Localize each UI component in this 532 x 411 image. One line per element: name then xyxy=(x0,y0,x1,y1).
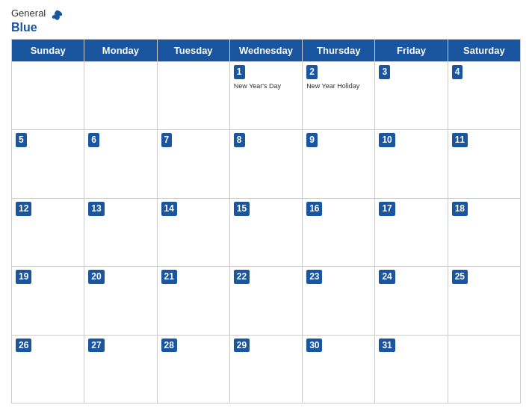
col-saturday: Saturday xyxy=(448,40,520,62)
day-number: 23 xyxy=(306,270,322,284)
day-number: 13 xyxy=(88,202,104,216)
col-thursday: Thursday xyxy=(303,40,375,62)
page-header: General Blue xyxy=(11,7,521,34)
calendar-week-3: 12131415161718 xyxy=(12,198,521,266)
day-number: 31 xyxy=(379,339,395,353)
col-wednesday: Wednesday xyxy=(229,40,302,62)
calendar-cell: 6 xyxy=(84,130,157,198)
calendar-cell: 17 xyxy=(375,198,448,266)
calendar-cell: 4 xyxy=(448,62,520,130)
calendar-cell: 30 xyxy=(303,335,375,403)
col-sunday: Sunday xyxy=(12,40,84,62)
day-number: 6 xyxy=(88,133,99,147)
calendar-cell: 21 xyxy=(157,267,229,335)
calendar-cell: 10 xyxy=(375,130,448,198)
day-number: 7 xyxy=(161,133,173,147)
day-number: 3 xyxy=(379,65,390,79)
calendar-cell: 9 xyxy=(303,130,375,198)
weekday-header-row: Sunday Monday Tuesday Wednesday Thursday… xyxy=(12,40,521,62)
day-number: 11 xyxy=(452,133,468,147)
calendar-cell xyxy=(84,62,157,130)
day-number: 25 xyxy=(452,270,468,284)
logo: General Blue xyxy=(11,7,64,34)
calendar-cell: 15 xyxy=(229,198,302,266)
day-number: 16 xyxy=(306,202,322,216)
calendar-cell: 18 xyxy=(448,198,520,266)
col-tuesday: Tuesday xyxy=(157,40,229,62)
calendar-cell: 3 xyxy=(375,62,448,130)
calendar-cell: 13 xyxy=(84,198,157,266)
calendar-cell: 7 xyxy=(157,130,229,198)
calendar-cell: 23 xyxy=(303,267,375,335)
calendar-cell: 31 xyxy=(375,335,448,403)
col-monday: Monday xyxy=(84,40,157,62)
day-number: 20 xyxy=(88,270,104,284)
calendar-cell: 27 xyxy=(84,335,157,403)
calendar-week-4: 19202122232425 xyxy=(12,267,521,335)
event-label: New Year Holiday xyxy=(306,82,371,91)
day-number: 21 xyxy=(161,270,177,284)
calendar-cell: 16 xyxy=(303,198,375,266)
calendar-cell: 20 xyxy=(84,267,157,335)
calendar-cell: 1New Year's Day xyxy=(229,62,302,130)
day-number: 17 xyxy=(379,202,395,216)
calendar-cell: 8 xyxy=(229,130,302,198)
day-number: 24 xyxy=(379,270,395,284)
calendar-cell: 24 xyxy=(375,267,448,335)
calendar-cell xyxy=(12,62,84,130)
day-number: 1 xyxy=(234,65,245,79)
calendar-cell: 26 xyxy=(12,335,84,403)
day-number: 2 xyxy=(306,65,318,79)
calendar-cell: 19 xyxy=(12,267,84,335)
calendar-week-1: 1New Year's Day2New Year Holiday34 xyxy=(12,62,521,130)
calendar-cell: 25 xyxy=(448,267,520,335)
calendar-cell: 22 xyxy=(229,267,302,335)
calendar-cell xyxy=(157,62,229,130)
day-number: 22 xyxy=(234,270,250,284)
day-number: 28 xyxy=(161,339,177,353)
day-number: 10 xyxy=(379,133,395,147)
logo-blue-text: Blue xyxy=(11,21,37,34)
calendar-cell: 28 xyxy=(157,335,229,403)
day-number: 19 xyxy=(16,270,31,284)
col-friday: Friday xyxy=(375,40,448,62)
day-number: 14 xyxy=(161,202,177,216)
calendar-cell: 5 xyxy=(12,130,84,198)
calendar-table: Sunday Monday Tuesday Wednesday Thursday… xyxy=(11,39,521,404)
day-number: 27 xyxy=(88,339,104,353)
calendar-cell: 29 xyxy=(229,335,302,403)
day-number: 18 xyxy=(452,202,468,216)
event-label: New Year's Day xyxy=(234,82,298,91)
calendar-cell: 11 xyxy=(448,130,520,198)
day-number: 15 xyxy=(234,202,250,216)
day-number: 9 xyxy=(306,133,318,147)
logo-general-text: General xyxy=(11,7,64,21)
day-number: 8 xyxy=(234,133,245,147)
day-number: 29 xyxy=(234,339,250,353)
calendar-cell: 14 xyxy=(157,198,229,266)
day-number: 5 xyxy=(16,133,27,147)
calendar-week-5: 262728293031 xyxy=(12,335,521,403)
calendar-cell xyxy=(448,335,520,403)
day-number: 26 xyxy=(16,339,31,353)
calendar-cell: 2New Year Holiday xyxy=(303,62,375,130)
day-number: 4 xyxy=(452,65,463,79)
day-number: 30 xyxy=(306,339,322,353)
calendar-cell: 12 xyxy=(12,198,84,266)
calendar-week-2: 567891011 xyxy=(12,130,521,198)
day-number: 12 xyxy=(16,202,31,216)
